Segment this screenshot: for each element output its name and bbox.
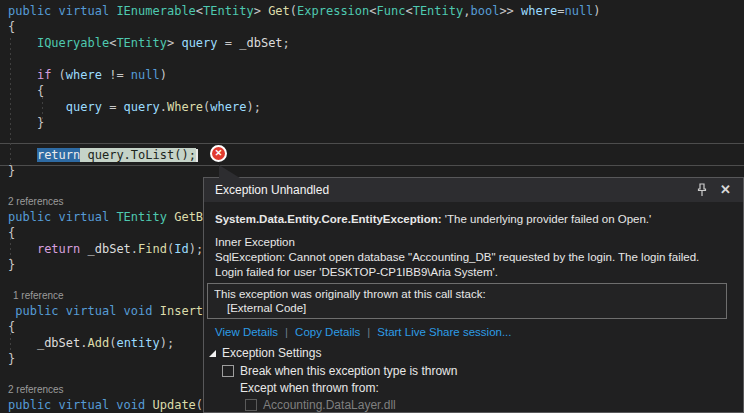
vs-editor-screen: public virtual IEnumerable<TEntity> Get(…	[0, 0, 744, 413]
code-token: }	[8, 116, 44, 130]
code-token: >	[167, 36, 181, 50]
code-line[interactable]: public virtual IEnumerable<TEntity> Get(…	[0, 3, 744, 19]
code-token: public virtual	[8, 4, 116, 18]
break-checkbox-label: Break when this exception type is thrown	[240, 364, 457, 378]
exception-settings-header[interactable]: Exception Settings	[209, 346, 727, 361]
code-token: Update	[153, 398, 196, 412]
code-token: Expression	[297, 4, 369, 18]
code-token	[8, 242, 37, 256]
code-token: null	[564, 4, 593, 18]
code-token: !=	[102, 68, 131, 82]
code-token: Find	[138, 242, 167, 256]
exception-settings: Exception Settings Break when this excep…	[215, 346, 727, 413]
code-line[interactable]: if (where != null)	[0, 67, 744, 83]
code-token: Get	[268, 4, 290, 18]
code-token: Id	[174, 242, 188, 256]
code-token	[80, 242, 87, 256]
callstack-frame[interactable]: [External Code]	[214, 301, 720, 315]
code-token	[8, 36, 37, 50]
text-caret	[196, 149, 198, 162]
code-line[interactable]: query = query.Where(where);	[0, 99, 744, 115]
code-line[interactable]: }	[0, 115, 744, 131]
code-token: _dbSet	[88, 242, 131, 256]
break-option-row: Break when this exception type is thrown	[222, 363, 727, 380]
module-checkbox-label: Accounting.DataLayer.dll	[263, 398, 396, 412]
code-line-blank[interactable]	[0, 51, 744, 67]
code-token: >	[254, 4, 268, 18]
code-token: _dbSet	[239, 36, 282, 50]
code-token: return	[37, 148, 80, 162]
exception-summary: System.Data.Entity.Core.EntityException:…	[215, 212, 727, 227]
code-token: )	[593, 4, 600, 18]
code-token: <	[369, 4, 376, 18]
code-token: bool	[470, 4, 499, 18]
code-line-blank[interactable]	[0, 131, 744, 147]
code-token: entity	[116, 336, 159, 350]
code-line[interactable]: {	[0, 19, 744, 35]
code-token: where	[66, 68, 102, 82]
code-token	[8, 100, 66, 114]
module-checkbox[interactable]	[245, 399, 257, 411]
code-token: {	[8, 226, 15, 240]
code-token: {	[8, 84, 44, 98]
popup-title: Exception Unhandled	[215, 183, 696, 197]
code-token: .	[80, 336, 87, 350]
code-token: >>	[499, 4, 521, 18]
code-token: }	[8, 352, 15, 366]
code-token: {	[8, 320, 15, 334]
popup-body: System.Data.Entity.Core.EntityException:…	[204, 212, 743, 413]
code-token: (	[290, 4, 297, 18]
callstack-heading: This exception was originally thrown at …	[214, 287, 720, 301]
code-token: <	[405, 4, 412, 18]
popup-header: Exception Unhandled ✕	[204, 178, 743, 202]
code-token: }	[8, 258, 15, 272]
code-token: Where	[167, 100, 203, 114]
pin-icon[interactable]	[696, 183, 708, 197]
exception-settings-label: Exception Settings	[222, 346, 321, 361]
code-token: query	[181, 36, 217, 50]
code-token: query	[66, 100, 102, 114]
code-token: }	[8, 164, 15, 178]
code-token: where	[521, 4, 557, 18]
except-when-thrown-label: Except when thrown from:	[240, 380, 727, 397]
code-token: public virtual void	[8, 398, 153, 412]
code-token: if	[37, 68, 51, 82]
link-separator: |	[285, 326, 288, 338]
code-token: <	[196, 4, 203, 18]
code-token: Insert	[160, 304, 203, 318]
code-line[interactable]: {	[0, 83, 744, 99]
code-token	[8, 336, 37, 350]
code-line[interactable]: IQueryable<TEntity> query = _dbSet;	[0, 35, 744, 51]
module-option-row: Accounting.DataLayer.dll	[245, 397, 727, 413]
start-live-share-link[interactable]: Start Live Share session...	[377, 326, 511, 338]
code-token: query.ToList();	[80, 148, 196, 162]
code-token: _dbSet	[37, 336, 80, 350]
close-icon[interactable]: ✕	[720, 183, 731, 197]
exception-thrown-line[interactable]: return query.ToList();	[0, 147, 744, 163]
code-token: GetB	[174, 210, 203, 224]
view-details-link[interactable]: View Details	[215, 326, 278, 338]
code-token: );	[189, 242, 203, 256]
inner-exception-message: Login failed for user 'DESKTOP-CP1IBB9\A…	[215, 265, 727, 280]
code-token: .	[131, 242, 138, 256]
code-token: query	[124, 100, 160, 114]
code-token: return	[37, 242, 80, 256]
exception-error-icon[interactable]: ✕	[210, 145, 227, 162]
code-token: IQueryable	[37, 36, 109, 50]
exception-type: System.Data.Entity.Core.EntityException:	[215, 213, 442, 225]
code-token	[8, 148, 37, 162]
code-token: =	[102, 100, 124, 114]
expander-icon[interactable]	[209, 350, 216, 357]
code-token: ;	[283, 36, 290, 50]
code-token: where	[210, 100, 246, 114]
code-token: (	[51, 68, 65, 82]
copy-details-link[interactable]: Copy Details	[295, 326, 360, 338]
break-checkbox[interactable]	[222, 365, 234, 377]
code-token: =	[218, 36, 240, 50]
code-token: {	[8, 20, 15, 34]
link-separator: |	[367, 326, 370, 338]
exception-message: 'The underlying provider failed on Open.…	[442, 213, 652, 225]
code-token: TEntity	[116, 210, 167, 224]
code-token: );	[246, 100, 260, 114]
code-token: .	[160, 100, 167, 114]
